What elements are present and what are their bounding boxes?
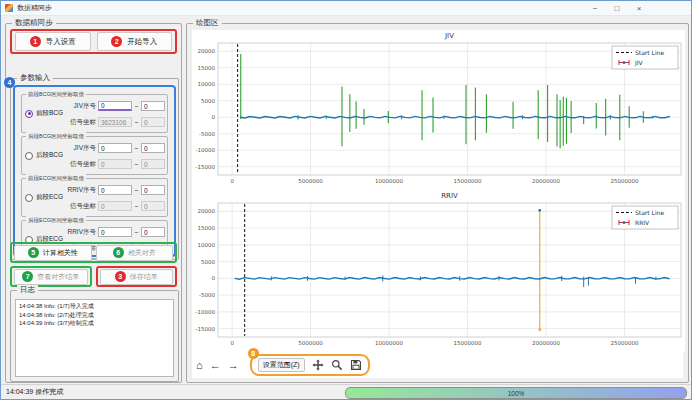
svg-text:20000: 20000 [198,208,216,214]
app-window: 数据精同步 − □ × 数据精同步 1 导入设置 2 开始导入 参数输入 4 [0,0,692,400]
home-icon[interactable]: ⌂ [196,360,203,371]
signal-coord-from-input [98,159,132,169]
log-line: 14:04:38 Info: (2/7)处理完成 [19,311,170,320]
sync-panel-title: 数据精同步 [12,18,56,28]
radio-icon[interactable] [25,194,33,202]
svg-text:15000: 15000 [198,225,216,231]
plot-panel-title: 绘图区 [193,18,222,28]
svg-text:0: 0 [230,178,234,184]
window-title: 数据精同步 [17,3,589,13]
correlation-align-button[interactable]: 6 相关对齐 [96,245,174,261]
status-text: 14:04:39 操作完成 [6,387,63,397]
front-bcg-radio[interactable]: 前段BCG [25,109,63,118]
set-range-button[interactable]: 设置范围(Z) [258,358,305,372]
rear-bcg-radio[interactable]: 后段BCG [25,151,63,160]
step-badge-7: 7 [22,271,33,282]
progress-label: 100% [508,390,525,397]
rriv-seq-from-input[interactable] [98,227,132,237]
svg-text:0: 0 [212,114,216,120]
svg-text:20000: 20000 [198,48,216,54]
save-result-button[interactable]: 3 保存结果 [100,269,174,285]
front-ecg-radio[interactable]: 前段ECG [25,193,63,202]
jiv-seq-from-input[interactable] [98,143,132,153]
svg-text:0: 0 [230,340,234,346]
maximize-button[interactable]: □ [611,4,623,13]
svg-text:20000000: 20000000 [532,340,560,346]
log-line: 14:04:39 Info: (3/7)绘制完成 [19,319,170,328]
rriv-chart[interactable]: -15000-10000-500005000100001500020000050… [192,190,685,352]
start-import-button[interactable]: 2 开始导入 [97,32,173,51]
save-icon[interactable] [350,359,362,371]
svg-text:-5000: -5000 [199,292,215,298]
log-line: 14:04:38 Info: (1/7)导入完成 [19,302,170,311]
close-button[interactable]: × [633,4,645,13]
save-result-box: 3 保存结果 [96,266,178,287]
step-badge-1: 1 [30,36,41,47]
svg-text:10000000: 10000000 [375,340,403,346]
minimize-button[interactable]: − [589,4,601,13]
rriv-seq-from-input[interactable] [98,185,132,195]
range-tool-group: 8 设置范围(Z) [250,354,370,376]
signal-coord-to-input [141,159,165,169]
rriv-seq-to-input[interactable] [141,185,165,195]
compute-align-box: 5 计算相关性 6 相关对齐 [10,242,177,263]
title-bar: 数据精同步 − □ × [1,1,691,16]
rriv-seq-to-input[interactable] [141,227,165,237]
svg-text:5000: 5000 [201,98,215,104]
svg-text:RRIV: RRIV [635,219,650,226]
svg-text:5000000: 5000000 [298,340,323,346]
step-badge-4: 4 [4,77,15,88]
jiv-seq-from-input[interactable] [98,101,132,111]
signal-coord-from-input [98,117,132,127]
svg-text:10000000: 10000000 [375,178,403,184]
svg-text:Start Line: Start Line [635,49,664,56]
step-badge-6: 6 [113,247,124,258]
matplotlib-figure: -15000-10000-500005000100001500020000050… [192,30,683,378]
figure-toolbar: ⌂ ← → 8 设置范围(Z) [196,354,370,376]
step-badge-5: 5 [28,247,39,258]
svg-text:-10000: -10000 [196,309,216,315]
params-title: 参数输入 [17,73,53,83]
svg-text:25000000: 25000000 [610,340,638,346]
svg-text:Start Line: Start Line [635,209,664,216]
radio-icon[interactable] [25,152,33,160]
import-buttons-box: 1 导入设置 2 开始导入 [10,29,177,54]
back-icon[interactable]: ← [210,360,221,371]
view-align-result-button[interactable]: 7 查看对齐结果 [14,269,88,285]
svg-text:5000000: 5000000 [298,178,323,184]
svg-text:RRIV: RRIV [441,192,458,200]
params-groupbox: 参数输入 4 前段BCG区间坐标取值 前段BCG JIV序号 ~ [10,78,179,260]
pan-icon[interactable] [312,359,324,371]
svg-text:0: 0 [212,275,216,281]
svg-text:25000000: 25000000 [610,178,638,184]
status-bar: 14:04:39 操作完成 100% [1,384,691,399]
jiv-chart[interactable]: -15000-10000-500005000100001500020000050… [192,30,685,190]
step-badge-8: 8 [248,348,259,359]
svg-text:-15000: -15000 [196,326,216,332]
svg-text:15000000: 15000000 [454,178,482,184]
svg-text:15000000: 15000000 [454,340,482,346]
step-badge-2: 2 [111,36,122,47]
signal-coord-from-input [98,201,132,211]
zoom-icon[interactable] [331,359,343,371]
step-badge-3: 3 [115,271,126,282]
svg-text:-15000: -15000 [196,164,216,170]
svg-text:-10000: -10000 [196,147,216,153]
forward-icon[interactable]: → [228,360,239,371]
jiv-seq-to-input[interactable] [141,101,165,111]
svg-text:15000: 15000 [198,65,216,71]
compute-correlation-button[interactable]: 5 计算相关性 [14,245,92,261]
progress-bar: 100% [345,387,687,399]
svg-text:-5000: -5000 [199,131,215,137]
import-settings-button[interactable]: 1 导入设置 [15,32,91,51]
view-result-box: 7 查看对齐结果 [10,266,92,287]
app-icon [5,4,13,12]
jiv-seq-to-input[interactable] [141,143,165,153]
signal-coord-to-input [141,201,165,211]
log-groupbox: 日志 14:04:38 Info: (1/7)导入完成 14:04:38 Inf… [10,290,179,382]
radio-icon[interactable] [25,110,33,118]
log-output[interactable]: 14:04:38 Info: (1/7)导入完成 14:04:38 Info: … [15,299,174,377]
section-front-ecg: 前段ECG区间坐标取值 前段ECG RRIV序号 ~ 信号坐标 ~ [21,178,168,217]
svg-text:JIV: JIV [444,32,454,40]
svg-text:10000: 10000 [198,242,216,248]
